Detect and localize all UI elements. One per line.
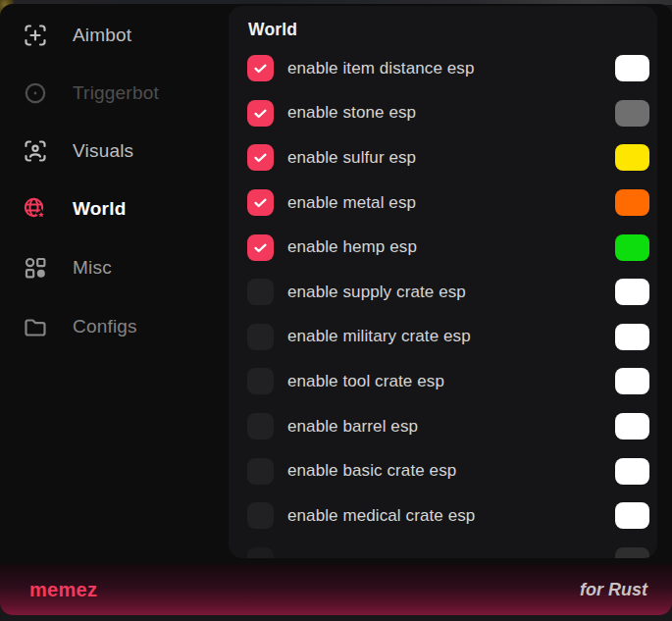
esp-checkbox[interactable] [247, 458, 274, 485]
world-icon [22, 195, 49, 223]
esp-color-swatch[interactable] [615, 368, 649, 394]
esp-color-swatch[interactable] [615, 413, 649, 440]
esp-row: enable sulfur esp [229, 135, 657, 181]
esp-label: enable stone esp [287, 103, 416, 123]
esp-label: enable medical crate esp [287, 506, 475, 526]
triggerbot-icon [22, 79, 49, 107]
esp-row: enable military crate esp [229, 315, 657, 360]
esp-color-swatch[interactable] [615, 502, 649, 529]
esp-label: enable barrel esp [287, 417, 418, 437]
sidebar-item-world[interactable]: World [0, 189, 229, 229]
esp-checkbox[interactable] [247, 55, 274, 81]
esp-row: enable basic crate esp [229, 448, 657, 493]
brand-tagline: for Rust [580, 580, 647, 600]
esp-options-list: enable item distance espenable stone esp… [229, 46, 657, 558]
visuals-icon [22, 137, 49, 165]
sidebar-item-configs[interactable]: Configs [0, 307, 229, 346]
panel-title: World [248, 20, 297, 40]
esp-row-partial [229, 539, 657, 558]
esp-color-swatch[interactable] [615, 189, 649, 216]
sidebar-item-label: World [73, 198, 126, 220]
esp-row: enable stone esp [229, 91, 657, 136]
esp-color-swatch[interactable] [615, 547, 649, 558]
esp-color-swatch[interactable] [615, 324, 649, 350]
esp-label: enable metal esp [287, 193, 416, 213]
esp-label: enable basic crate esp [287, 461, 456, 481]
cheat-menu-window: Aimbot Triggerbot [0, 4, 672, 615]
world-settings-panel: World enable item distance espenable sto… [229, 6, 657, 558]
checkmark-icon [252, 239, 269, 256]
esp-checkbox[interactable] [247, 413, 274, 440]
checkmark-icon [252, 60, 269, 77]
configs-icon [22, 313, 49, 340]
sidebar-item-label: Visuals [73, 140, 133, 162]
esp-color-swatch[interactable] [615, 234, 649, 261]
esp-color-swatch[interactable] [615, 55, 649, 81]
esp-label: enable item distance esp [287, 59, 474, 78]
sidebar-item-visuals[interactable]: Visuals [0, 131, 229, 171]
esp-label: enable hemp esp [287, 237, 417, 257]
sidebar-item-label: Aimbot [73, 25, 131, 46]
sidebar-item-misc[interactable]: Misc [0, 248, 229, 287]
esp-label: enable tool crate esp [287, 372, 444, 391]
esp-row: enable supply crate esp [229, 270, 657, 315]
esp-checkbox[interactable] [247, 100, 274, 127]
esp-row: enable hemp esp [229, 225, 657, 270]
footer-bar: memez for Rust [0, 564, 672, 615]
esp-checkbox[interactable] [247, 502, 274, 529]
esp-checkbox[interactable] [247, 547, 274, 558]
esp-label: enable sulfur esp [287, 148, 416, 168]
esp-row: enable medical crate esp [229, 493, 657, 539]
brand-name: memez [29, 579, 97, 601]
esp-checkbox[interactable] [247, 368, 274, 394]
sidebar-item-label: Misc [73, 257, 112, 279]
sidebar-item-triggerbot[interactable]: Triggerbot [0, 74, 229, 113]
misc-icon [22, 254, 49, 282]
checkmark-icon [252, 149, 269, 166]
esp-checkbox[interactable] [247, 189, 274, 216]
esp-color-swatch[interactable] [615, 100, 649, 127]
aimbot-icon [22, 22, 49, 49]
esp-checkbox[interactable] [247, 324, 274, 350]
esp-label: enable military crate esp [287, 327, 471, 346]
esp-checkbox[interactable] [247, 234, 274, 261]
esp-row: enable metal esp [229, 181, 657, 226]
esp-color-swatch[interactable] [615, 458, 649, 485]
sidebar-item-label: Triggerbot [73, 82, 159, 104]
sidebar: Aimbot Triggerbot [0, 4, 229, 564]
checkmark-icon [252, 194, 269, 211]
esp-color-swatch[interactable] [615, 144, 649, 171]
esp-color-swatch[interactable] [615, 279, 649, 305]
esp-row: enable tool crate esp [229, 359, 657, 404]
checkmark-icon [252, 105, 269, 122]
esp-checkbox[interactable] [247, 279, 274, 305]
sidebar-item-label: Configs [73, 316, 137, 337]
esp-row: enable item distance esp [229, 46, 657, 91]
esp-label: enable supply crate esp [287, 283, 466, 302]
esp-row: enable barrel esp [229, 404, 657, 449]
sidebar-item-aimbot[interactable]: Aimbot [0, 16, 229, 55]
esp-checkbox[interactable] [247, 144, 274, 171]
